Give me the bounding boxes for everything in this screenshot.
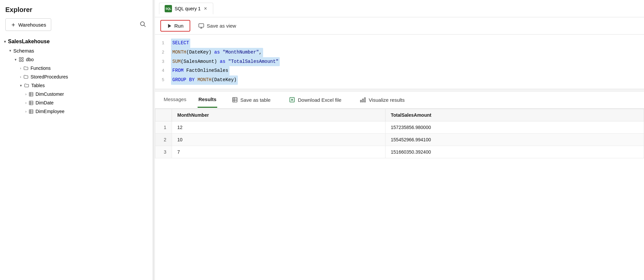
- keyword-as: as: [214, 50, 220, 55]
- sidebar-item-dimemployee[interactable]: › DimEmployee: [0, 107, 153, 116]
- code-content-4: FROM FactOnlineSales: [171, 66, 230, 75]
- schemas-label: Schemas: [13, 48, 34, 54]
- chevron-down-icon: ▾: [4, 40, 6, 44]
- plus-icon: ＋: [10, 21, 16, 29]
- excel-icon: [289, 97, 295, 103]
- sql-query-tab[interactable]: SQL SQL query 1 ×: [159, 3, 213, 14]
- folder-icon: [23, 74, 29, 79]
- warehouses-button[interactable]: ＋ Warehouses: [5, 18, 51, 31]
- tab-close-button[interactable]: ×: [203, 6, 208, 12]
- tab-results[interactable]: Results: [198, 92, 217, 108]
- warehouses-label: Warehouses: [18, 22, 46, 28]
- download-excel-label: Download Excel file: [298, 97, 341, 103]
- dbo-label: dbo: [26, 57, 34, 62]
- chevron-right-icon: ›: [20, 75, 21, 79]
- code-plain: (SalesAmount): [181, 59, 220, 64]
- table-row: 2 10 155452966.994100: [155, 133, 644, 146]
- month-cell: 10: [172, 133, 386, 146]
- sidebar-item-saleslakehouse[interactable]: ▾ SalesLakehouse: [0, 37, 153, 46]
- total-sales-cell: 155452966.994100: [385, 133, 644, 146]
- search-button[interactable]: [138, 19, 147, 30]
- svg-rect-6: [29, 92, 33, 96]
- results-table-wrapper[interactable]: MonthNumber TotalSalesAmount 1 12 157235…: [155, 109, 644, 280]
- line-number: 4: [155, 67, 171, 74]
- sql-file-icon: SQL: [165, 5, 172, 12]
- code-content-2: MONTH(DateKey) as "MonthNumber",: [171, 48, 263, 57]
- code-plain: [226, 59, 228, 64]
- total-sales-cell: 151660350.392400: [385, 146, 644, 158]
- fn-month: MONTH: [172, 50, 186, 55]
- svg-rect-20: [233, 98, 237, 102]
- sidebar: Explorer ＋ Warehouses ▾ SalesLakehouse ▾…: [0, 0, 153, 280]
- sidebar-item-dimdate[interactable]: › DimDate: [0, 98, 153, 107]
- sidebar-item-stored-procedures[interactable]: › StoredProcedures: [0, 72, 153, 81]
- svg-rect-10: [29, 101, 33, 104]
- table-icon: [29, 100, 34, 105]
- save-as-table-button[interactable]: Save as table: [228, 94, 275, 105]
- sidebar-item-functions[interactable]: › Functions: [0, 64, 153, 72]
- line-number: 2: [155, 49, 171, 56]
- code-editor[interactable]: 1 SELECT 2 MONTH(DateKey) as "MonthNumbe…: [155, 35, 644, 89]
- saleslakehouse-label: SalesLakehouse: [8, 39, 50, 45]
- svg-rect-19: [199, 24, 204, 27]
- results-tab-bar: Messages Results Save as table Download …: [155, 91, 644, 109]
- save-as-view-button[interactable]: Save as view: [194, 21, 240, 31]
- folder-icon: [23, 66, 29, 71]
- code-plain: FactOnlineSales: [184, 68, 228, 73]
- code-content-1: SELECT: [171, 39, 190, 48]
- messages-tab-label: Messages: [164, 96, 186, 102]
- chevron-down-icon: ▾: [9, 49, 11, 53]
- code-line-3: 3 SUM(SalesAmount) as "TotalSalesAmount": [155, 57, 644, 67]
- code-plain: (DateKey): [186, 50, 214, 55]
- code-line-4: 4 FROM FactOnlineSales: [155, 66, 644, 75]
- run-button[interactable]: Run: [160, 20, 190, 32]
- str-monthnumber: "MonthNumber": [223, 50, 259, 55]
- line-number: 5: [155, 76, 171, 84]
- code-content-3: SUM(SalesAmount) as "TotalSalesAmount": [171, 57, 280, 67]
- sidebar-item-schemas[interactable]: ▾ Schemas: [0, 46, 153, 55]
- sidebar-header: Explorer: [0, 0, 153, 16]
- svg-rect-25: [361, 100, 362, 102]
- code-line-2: 2 MONTH(DateKey) as "MonthNumber",: [155, 48, 644, 57]
- visualize-results-button[interactable]: Visualize results: [356, 94, 408, 105]
- sidebar-item-dimcustomer[interactable]: › DimCustomer: [0, 90, 153, 98]
- code-plain: (DateKey): [212, 77, 237, 82]
- row-num-cell: 1: [155, 121, 172, 133]
- results-tab-label: Results: [198, 96, 216, 102]
- dimcustomer-label: DimCustomer: [36, 91, 64, 97]
- sidebar-tree: ▾ SalesLakehouse ▾ Schemas ▾ dbo › Funct…: [0, 34, 153, 280]
- code-content-5: GROUP BY MONTH(DateKey): [171, 75, 238, 85]
- month-cell: 12: [172, 121, 386, 133]
- results-area: Messages Results Save as table Download …: [155, 91, 644, 280]
- tab-messages[interactable]: Messages: [163, 92, 187, 108]
- stored-procedures-label: StoredProcedures: [31, 74, 68, 79]
- svg-rect-4: [19, 60, 21, 62]
- schema-icon: [19, 57, 24, 62]
- table-icon: [29, 109, 34, 114]
- row-num-cell: 3: [155, 146, 172, 158]
- download-excel-button[interactable]: Download Excel file: [285, 94, 345, 105]
- sidebar-item-tables[interactable]: ▾ Tables: [0, 81, 153, 90]
- sidebar-item-dbo[interactable]: ▾ dbo: [0, 55, 153, 64]
- col-header-total-sales: TotalSalesAmount: [385, 109, 644, 121]
- col-header-row-num: [155, 109, 172, 121]
- chevron-down-icon: ▾: [15, 58, 17, 62]
- table-row: 1 12 157235856.980000: [155, 121, 644, 133]
- svg-rect-26: [363, 99, 364, 102]
- str-totalsales: "TotalSalesAmount": [228, 59, 278, 64]
- svg-rect-27: [365, 98, 366, 102]
- table-header-row: MonthNumber TotalSalesAmount: [155, 109, 644, 121]
- save-as-table-label: Save as table: [241, 97, 271, 103]
- month-cell: 7: [172, 146, 386, 158]
- keyword-select: SELECT: [172, 40, 189, 46]
- dimdate-label: DimDate: [36, 100, 54, 105]
- row-num-cell: 2: [155, 133, 172, 146]
- svg-point-0: [140, 22, 144, 26]
- code-plain: [220, 50, 223, 55]
- sidebar-title: Explorer: [5, 6, 32, 14]
- tab-bar: SQL SQL query 1 ×: [155, 0, 644, 17]
- line-number: 1: [155, 40, 171, 47]
- play-icon: [167, 23, 172, 29]
- fn-month-2: MONTH: [198, 77, 212, 82]
- folder-icon: [24, 83, 29, 88]
